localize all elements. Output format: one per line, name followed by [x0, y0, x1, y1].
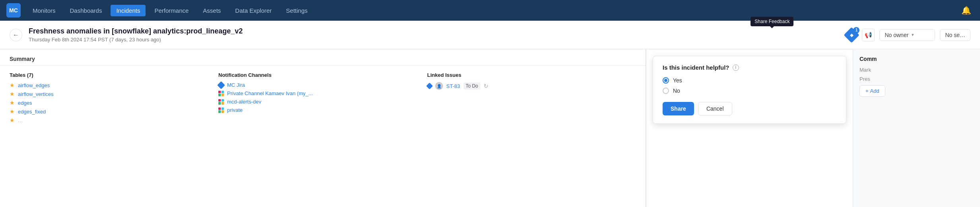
comment-section: Comm Mark Pres + Add — [853, 49, 980, 207]
feedback-actions: Share Cancel — [663, 102, 836, 115]
star-icon: ★ — [10, 100, 15, 106]
summary-section-header: Summary — [0, 49, 646, 66]
comment-preview-line1: Mark — [859, 67, 974, 73]
info-icon: i — [733, 64, 739, 71]
linked-issues-title: Linked Issues — [427, 72, 636, 78]
notification-link[interactable]: MC Jira — [227, 82, 245, 88]
diamond-badge-button[interactable]: ◆ 1 — [846, 29, 857, 41]
notification-bell-icon[interactable]: 🔔 — [959, 3, 974, 18]
refresh-icon[interactable]: ↻ — [484, 83, 488, 89]
star-icon: ★ — [10, 108, 15, 115]
logo-badge: MC — [6, 3, 21, 18]
nav-data-explorer[interactable]: Data Explorer — [229, 5, 277, 16]
list-item: ★ … — [10, 117, 218, 123]
nav-performance[interactable]: Performance — [149, 5, 194, 16]
incident-subtitle: Thursday Feb 8th 2024 17:54 PST (7 days,… — [29, 37, 243, 43]
incident-header: ← Freshness anomalies in [snowflake] ana… — [0, 21, 980, 49]
incident-title: Freshness anomalies in [snowflake] analy… — [29, 27, 243, 36]
severity-button[interactable]: No se… — [940, 29, 970, 41]
plus-icon: + — [865, 88, 869, 94]
mc-diamond-icon — [217, 81, 225, 89]
radio-no-circle — [663, 88, 669, 94]
nav-monitors[interactable]: Monitors — [27, 5, 61, 16]
feedback-popup: Is this incident helpful? i Yes No Share… — [653, 56, 846, 124]
tables-column: Tables (7) ★ airflow_edges ★ airflow_ver… — [10, 72, 218, 126]
table-link[interactable]: airflow_edges — [18, 82, 50, 88]
list-item: ★ airflow_edges — [10, 82, 218, 88]
radio-yes-label: Yes — [673, 77, 682, 84]
star-icon: ★ — [10, 117, 15, 123]
cancel-button[interactable]: Cancel — [698, 102, 732, 115]
star-icon: ★ — [10, 82, 15, 88]
feedback-panel: Is this incident helpful? i Yes No Share… — [646, 49, 853, 207]
table-link[interactable]: airflow_vertices — [18, 91, 54, 97]
header-actions: Share Feedback ◆ 1 📢 No owner ▾ No se… — [846, 29, 970, 41]
notification-link[interactable]: Private Channel Kamaev Ivan (my_... — [227, 90, 313, 96]
megaphone-button[interactable]: 📢 — [862, 29, 875, 41]
main-content: Summary Tables (7) ★ airflow_edges ★ air… — [0, 49, 980, 207]
table-link[interactable]: edges — [18, 100, 32, 106]
share-button[interactable]: Share — [663, 102, 694, 115]
radio-no[interactable]: No — [663, 88, 836, 94]
notification-link[interactable]: mcd-alerts-dev — [227, 99, 261, 105]
incident-info: Freshness anomalies in [snowflake] analy… — [29, 27, 243, 43]
feedback-radio-group: Yes No — [663, 77, 836, 94]
ticket-link[interactable]: ST-83 — [446, 83, 460, 89]
radio-yes[interactable]: Yes — [663, 77, 836, 84]
list-item: 👤 ST-83 To Do ↻ — [427, 82, 636, 90]
comment-preview-line2: Pres — [859, 76, 974, 82]
list-item: mcd-alerts-dev — [218, 99, 427, 105]
nav-dashboards[interactable]: Dashboards — [64, 5, 108, 16]
badge-count: 1 — [853, 27, 859, 33]
content-columns: Tables (7) ★ airflow_edges ★ airflow_ver… — [0, 66, 646, 132]
left-panel: Summary Tables (7) ★ airflow_edges ★ air… — [0, 49, 646, 207]
list-item: MC Jira — [218, 82, 427, 88]
owner-label: No owner — [885, 32, 908, 38]
share-feedback-tooltip: Share Feedback — [751, 17, 793, 26]
slack-icon — [218, 107, 224, 113]
feedback-title: Is this incident helpful? i — [663, 64, 836, 71]
top-navigation: MC Monitors Dashboards Incidents Perform… — [0, 0, 980, 21]
nav-assets[interactable]: Assets — [197, 5, 226, 16]
list-item: ★ airflow_vertices — [10, 91, 218, 97]
avatar: 👤 — [435, 82, 443, 90]
owner-dropdown[interactable]: No owner ▾ — [879, 29, 935, 41]
back-button[interactable]: ← — [10, 29, 22, 41]
linked-issues-column: Linked Issues 👤 ST-83 To Do ↻ — [427, 72, 636, 126]
list-item: ★ edges — [10, 100, 218, 106]
slack-icon — [218, 91, 224, 96]
notification-link[interactable]: private — [227, 107, 243, 113]
comment-section-title: Comm — [859, 56, 974, 62]
notifications-title: Notification Channels — [218, 72, 427, 78]
slack-icon — [218, 99, 224, 105]
chevron-down-icon: ▾ — [912, 32, 914, 37]
nav-settings[interactable]: Settings — [280, 5, 313, 16]
list-item: ★ edges_fixed — [10, 108, 218, 115]
nav-incidents[interactable]: Incidents — [111, 5, 146, 16]
tables-title: Tables (7) — [10, 72, 218, 78]
radio-yes-circle — [663, 77, 669, 84]
list-item: private — [218, 107, 427, 113]
notifications-column: Notification Channels MC Jira Private Ch… — [218, 72, 427, 126]
list-item: Private Channel Kamaev Ivan (my_... — [218, 90, 427, 96]
linked-diamond-icon — [426, 83, 433, 90]
radio-no-label: No — [673, 88, 680, 94]
table-link[interactable]: edges_fixed — [18, 109, 46, 115]
add-comment-button[interactable]: + Add — [859, 85, 885, 97]
ticket-status: To Do — [463, 82, 480, 90]
star-icon: ★ — [10, 91, 15, 97]
